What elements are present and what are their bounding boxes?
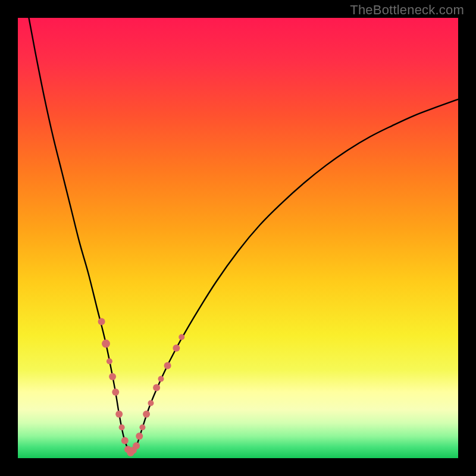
curve-marker <box>121 437 129 444</box>
curve-marker <box>158 376 164 382</box>
curve-marker <box>148 400 154 406</box>
curve-marker <box>153 384 160 392</box>
curve-marker <box>164 362 171 369</box>
curve-marker <box>136 433 143 440</box>
curve-marker <box>143 411 150 418</box>
curve-marker <box>109 373 116 380</box>
curve-marker <box>173 345 180 352</box>
curve-marker <box>178 334 184 340</box>
curve-marker <box>115 411 123 418</box>
curve-markers <box>98 318 185 457</box>
curve-layer <box>18 18 458 458</box>
curve-marker <box>133 442 140 449</box>
curve-marker <box>119 424 125 430</box>
curve-marker <box>139 424 145 430</box>
curve-marker <box>112 389 119 396</box>
bottleneck-curve <box>29 18 459 454</box>
chart-frame: TheBottleneck.com <box>0 0 476 476</box>
plot-area <box>18 18 458 458</box>
curve-marker <box>98 318 105 325</box>
curve-marker <box>107 358 112 364</box>
watermark-text: TheBottleneck.com <box>350 2 464 18</box>
curve-marker <box>102 340 110 348</box>
